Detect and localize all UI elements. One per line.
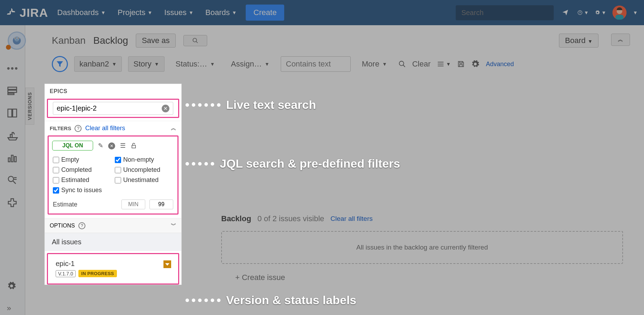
epics-panel: EPICS ✕ FILTERS ? Clear all filters ︽ JQ…: [45, 84, 181, 285]
all-issues-row[interactable]: All issues: [45, 233, 181, 251]
cb-completed[interactable]: Completed: [53, 166, 111, 174]
menu-icon[interactable]: ☰: [120, 142, 126, 149]
epics-search[interactable]: ✕: [53, 102, 173, 115]
project-avatar[interactable]: [8, 31, 26, 50]
unlock-icon[interactable]: [131, 142, 137, 149]
svg-point-25: [193, 38, 197, 42]
estimate-label: Estimate: [53, 201, 77, 208]
svg-rect-11: [13, 109, 16, 117]
epic-name: epic-1: [56, 260, 170, 268]
nav-dashboards[interactable]: Dashboards▼: [54, 6, 108, 19]
rail-addon-icon[interactable]: [7, 197, 18, 209]
annotation-live-text: Live text search: [186, 98, 316, 112]
feedback-icon[interactable]: [560, 7, 571, 18]
nav-boards[interactable]: Boards▼: [203, 6, 240, 19]
cb-sync[interactable]: Sync to issues: [53, 187, 173, 194]
filter-list-icon[interactable]: ▼: [437, 60, 451, 68]
board-dropdown[interactable]: Board ▼: [559, 34, 598, 48]
svg-rect-12: [8, 158, 10, 162]
clear-all-filters-link[interactable]: Clear all filters: [85, 125, 125, 132]
svg-rect-10: [8, 109, 12, 117]
versions-tab[interactable]: VERSIONS: [25, 88, 34, 125]
header-search-button[interactable]: [183, 35, 207, 46]
options-expand-icon[interactable]: ︾: [171, 222, 176, 229]
filter-status-chip[interactable]: Status:…▼: [171, 57, 220, 71]
edit-icon[interactable]: ✎: [98, 142, 103, 149]
collapse-double-up-button[interactable]: ︽: [611, 34, 630, 46]
user-avatar[interactable]: [612, 6, 626, 20]
cb-unestimated[interactable]: Unestimated: [115, 176, 173, 184]
annotation-labels: Version & status labels: [186, 293, 356, 307]
filter-project-chip[interactable]: kanban2▼: [74, 56, 122, 72]
rail-backlog-icon[interactable]: [7, 85, 18, 97]
options-help-icon[interactable]: ?: [78, 222, 85, 229]
filters-help-icon[interactable]: ?: [75, 125, 82, 132]
breadcrumb-project[interactable]: Kanban: [52, 35, 86, 46]
save-as-button[interactable]: Save as: [136, 34, 176, 48]
remove-icon[interactable]: ✕: [108, 142, 115, 149]
rail-reports-icon[interactable]: [7, 153, 18, 164]
options-header: OPTIONS ? ︾: [45, 218, 181, 233]
top-nav: JIRA Dashboards▼ Projects▼ Issues▼ Board…: [0, 0, 644, 25]
options-title: OPTIONS: [50, 223, 75, 229]
brand-text: JIRA: [20, 6, 48, 20]
svg-rect-8: [8, 90, 16, 92]
svg-rect-32: [132, 145, 136, 148]
svg-point-23: [15, 38, 16, 39]
svg-rect-9: [8, 93, 14, 95]
filter-bar: kanban2▼ Story▼ Status:…▼ Assign…▼ More▼…: [38, 56, 631, 72]
filter-clear-link[interactable]: Clear: [412, 59, 431, 69]
epic-item-1[interactable]: epic-1 V.1.7.0 IN PROGRESS: [50, 256, 176, 281]
filters-collapse-icon[interactable]: ︽: [171, 125, 176, 132]
filter-search-icon[interactable]: [398, 60, 406, 68]
svg-point-15: [8, 176, 13, 182]
cb-uncompleted[interactable]: Uncompleted: [115, 166, 173, 174]
svg-point-24: [18, 38, 19, 39]
svg-line-26: [196, 41, 198, 43]
filter-save-icon[interactable]: [457, 60, 465, 68]
estimate-max-input[interactable]: [149, 200, 173, 209]
rail-board-icon[interactable]: [7, 108, 18, 119]
rail-more-icon[interactable]: •••: [7, 63, 18, 74]
rail-search-settings-icon[interactable]: [7, 175, 18, 186]
estimate-min-input[interactable]: [121, 200, 145, 209]
global-search[interactable]: [456, 5, 554, 20]
backlog-count: 0 of 2 issues visible: [258, 214, 324, 223]
filter-type-chip[interactable]: Story▼: [128, 56, 164, 72]
svg-line-28: [403, 65, 405, 67]
jql-toggle-button[interactable]: JQL ON: [52, 141, 93, 150]
global-search-input[interactable]: [461, 9, 550, 17]
filters-title: FILTERS: [50, 125, 71, 131]
rail-ship-icon[interactable]: [7, 130, 18, 141]
svg-rect-7: [8, 87, 16, 89]
funnel-icon[interactable]: [52, 56, 68, 72]
nav-projects[interactable]: Projects▼: [115, 6, 155, 19]
filter-more-chip[interactable]: More▼: [357, 57, 392, 71]
cb-estimated[interactable]: Estimated: [53, 176, 111, 184]
settings-icon[interactable]: ▼: [595, 7, 606, 18]
filter-text-input[interactable]: [281, 56, 351, 72]
avatar-caret[interactable]: ▼: [633, 10, 638, 15]
cb-nonempty[interactable]: Non-empty: [115, 156, 173, 163]
rail-config-icon[interactable]: [7, 281, 18, 293]
backlog-section: Backlog 0 of 2 issues visible Clear all …: [221, 214, 623, 282]
filter-gear-icon[interactable]: [471, 60, 479, 68]
status-badge: IN PROGRESS: [78, 270, 117, 277]
epic-color-swatch[interactable]: [163, 260, 171, 268]
svg-line-16: [13, 181, 16, 184]
left-rail: ••• »: [0, 25, 25, 315]
backlog-clear-filters[interactable]: Clear all filters: [330, 215, 372, 223]
backlog-title: Backlog: [221, 214, 251, 223]
cb-empty[interactable]: Empty: [53, 156, 111, 163]
create-issue-link[interactable]: + Create issue: [221, 273, 623, 282]
breadcrumb-page: Backlog: [93, 35, 128, 46]
epics-search-input[interactable]: [57, 104, 162, 112]
nav-issues[interactable]: Issues▼: [161, 6, 196, 19]
filter-assignee-chip[interactable]: Assign…▼: [226, 57, 274, 71]
clear-search-icon[interactable]: ✕: [162, 105, 169, 112]
create-button[interactable]: Create: [246, 5, 284, 21]
help-icon[interactable]: ?▼: [578, 7, 589, 18]
advanced-link[interactable]: Advanced: [486, 61, 514, 68]
rail-expand-icon[interactable]: »: [7, 304, 18, 315]
jira-logo[interactable]: JIRA: [6, 6, 48, 20]
